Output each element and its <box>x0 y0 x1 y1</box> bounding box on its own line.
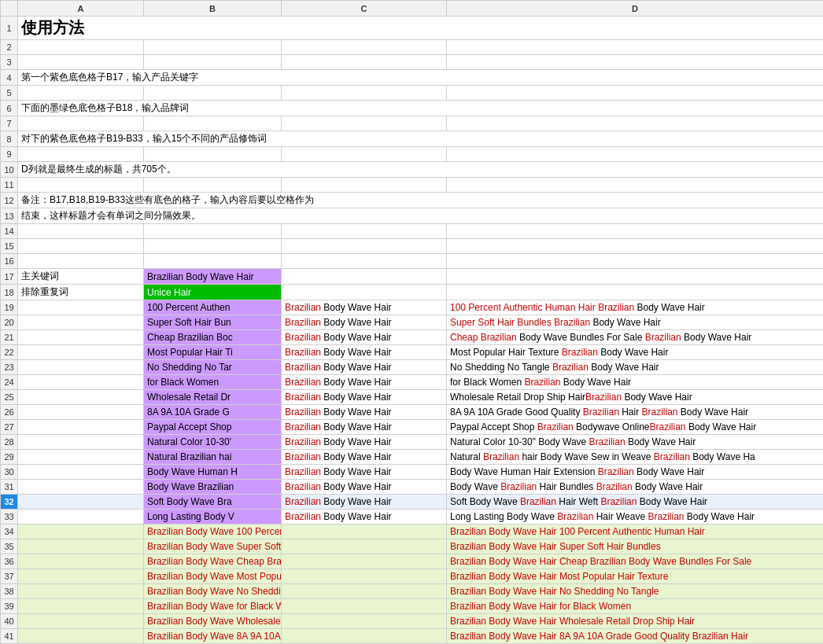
instruction-note: 备注：B17,B18,B19-B33这些有底色的格子，输入内容后要以空格作为 <box>18 193 824 208</box>
keyword-c-24: Brazilian Body Wave Hair <box>282 375 447 390</box>
table-row: 38 Brazilian Body Wave No Shedding No Ta… <box>1 584 824 599</box>
table-row: 15 <box>1 239 824 254</box>
main-keyword-input[interactable]: Brazilian Body Wave Hair <box>144 269 282 285</box>
modifier-input-12[interactable]: Body Wave Human H <box>144 465 282 480</box>
table-row: 10 D列就是最终生成的标题，共705个。 <box>1 162 824 178</box>
instruction-1: 第一个紫色底色格子B17，输入产品关键字 <box>18 70 824 86</box>
col-header-b: B <box>144 1 282 17</box>
modifier-input-11[interactable]: Natural Brazilian hai <box>144 450 282 465</box>
table-row: 19 100 Percent Authen Brazilian Body Wav… <box>1 300 824 315</box>
keyword-c-20: Brazilian Body Wave Hair <box>282 315 447 330</box>
table-row: 21 Cheap Brazilian Boc Brazilian Body Wa… <box>1 330 824 345</box>
modifier-input-13[interactable]: Body Wave Brazilian <box>144 480 282 495</box>
col-header-c: C <box>282 1 447 17</box>
table-row: 12 备注：B17,B18,B19-B33这些有底色的格子，输入内容后要以空格作… <box>1 193 824 208</box>
table-row: 2 <box>1 40 824 55</box>
table-row: 32 Soft Body Wave Bra Brazilian Body Wav… <box>1 495 824 510</box>
keyword-c-32: Brazilian Body Wave Hair <box>282 495 447 510</box>
generated-title-26: 8A 9A 10A Grade Good Quality Brazilian H… <box>447 405 824 420</box>
spreadsheet: A B C D 1 使用方法 2 3 4 <box>0 0 823 644</box>
keyword-c-28: Brazilian Body Wave Hair <box>282 435 447 450</box>
title-cell: 使用方法 <box>18 17 824 40</box>
modifier-input-4[interactable]: Most Popular Hair Ti <box>144 345 282 360</box>
modifier-input-1[interactable]: 100 Percent Authen <box>144 300 282 315</box>
modifier-input-3[interactable]: Cheap Brazilian Boc <box>144 330 282 345</box>
generated-title-20: Super Soft Hair Bundles Brazilian Body W… <box>447 315 824 330</box>
generated-title-19: 100 Percent Authentic Human Hair Brazili… <box>447 300 824 315</box>
table-row: 6 下面的墨绿色底色格子B18，输入品牌词 <box>1 101 824 116</box>
keyword-c-30: Brazilian Body Wave Hair <box>282 465 447 480</box>
modifier-input-6[interactable]: for Black Women <box>144 375 282 390</box>
keyword-c-25: Brazilian Body Wave Hair <box>282 390 447 405</box>
table-row: 31 Body Wave Brazilian Brazilian Body Wa… <box>1 480 824 495</box>
keyword-c-27: Brazilian Body Wave Hair <box>282 420 447 435</box>
table-row: 7 <box>1 116 824 131</box>
keyword-c-33: Brazilian Body Wave Hair <box>282 510 447 524</box>
keyword-c-21: Brazilian Body Wave Hair <box>282 330 447 345</box>
table-row: 8 对下的紫色底色格子B19-B33，输入15个不同的产品修饰词 <box>1 131 824 147</box>
row-num: 1 <box>1 17 18 40</box>
generated-title-27: Paypal Accept Shop Brazilian Bodywave On… <box>447 420 824 435</box>
table-row: 23 No Shedding No Tar Brazilian Body Wav… <box>1 360 824 375</box>
table-row: 34 Brazilian Body Wave 100 Percent Authe… <box>1 524 824 539</box>
modifier-input-14[interactable]: Soft Body Wave Bra <box>144 495 282 510</box>
table-row: 27 Paypal Accept Shop Brazilian Body Wav… <box>1 420 824 435</box>
table-row: 18 排除重复词 Unice Hair <box>1 285 824 300</box>
table-row: 39 Brazilian Body Wave for Black Women B… <box>1 599 824 614</box>
modifier-input-10[interactable]: Natural Color 10-30' <box>144 435 282 450</box>
generated-title-21: Cheap Brazilian Body Wave Bundles For Sa… <box>447 330 824 345</box>
instruction-2: 下面的墨绿色底色格子B18，输入品牌词 <box>18 101 824 116</box>
table-row: 40 Brazilian Body Wave Wholesale Retail … <box>1 614 824 629</box>
generated-title-31: Body Wave Brazilian Hair Bundles Brazili… <box>447 480 824 495</box>
table-row: 22 Most Popular Hair Ti Brazilian Body W… <box>1 345 824 360</box>
table-row: 13 结束，这样标题才会有单词之间分隔效果。 <box>1 208 824 224</box>
generated-title-22: Most Popular Hair Texture Brazilian Body… <box>447 345 824 360</box>
table-row: 33 Long Lasting Body V Brazilian Body Wa… <box>1 510 824 524</box>
table-row: 35 Brazilian Body Wave Super Soft Hair B… <box>1 539 824 554</box>
table-row: 37 Brazilian Body Wave Most Popular Hair… <box>1 569 824 584</box>
table-row: 26 8A 9A 10A Grade G Brazilian Body Wave… <box>1 405 824 420</box>
generated-title-28: Natural Color 10-30" Body Wave Brazilian… <box>447 435 824 450</box>
table-row: 30 Body Wave Human H Brazilian Body Wave… <box>1 465 824 480</box>
table-row: 5 <box>1 86 824 101</box>
keyword-c-19: Brazilian Body Wave Hair <box>282 300 447 315</box>
generated-title-25: Wholesale Retail Drop Ship HairBrazilian… <box>447 390 824 405</box>
col-header-d: D <box>447 1 824 17</box>
generated-title-23: No Shedding No Tangle Brazilian Body Wav… <box>447 360 824 375</box>
generated-title-24: for Black Women Brazilian Body Wave Hair <box>447 375 824 390</box>
modifier-input-9[interactable]: Paypal Accept Shop <box>144 420 282 435</box>
table-row: 11 <box>1 178 824 193</box>
keyword-c-23: Brazilian Body Wave Hair <box>282 360 447 375</box>
table-row: 3 <box>1 55 824 70</box>
table-row: 4 第一个紫色底色格子B17，输入产品关键字 <box>1 70 824 86</box>
keyword-c-26: Brazilian Body Wave Hair <box>282 405 447 420</box>
corner-header <box>1 1 18 17</box>
modifier-input-5[interactable]: No Shedding No Tar <box>144 360 282 375</box>
instruction-note-cont: 结束，这样标题才会有单词之间分隔效果。 <box>18 208 824 224</box>
table-row: 14 <box>1 224 824 239</box>
table-row: 16 <box>1 254 824 269</box>
generated-title-29: Natural Brazilian hair Body Wave Sew in … <box>447 450 824 465</box>
table-row: 25 Wholesale Retail Dr Brazilian Body Wa… <box>1 390 824 405</box>
table-row: 24 for Black Women Brazilian Body Wave H… <box>1 375 824 390</box>
modifier-input-2[interactable]: Super Soft Hair Bun <box>144 315 282 330</box>
modifier-input-8[interactable]: 8A 9A 10A Grade G <box>144 405 282 420</box>
instruction-3: 对下的紫色底色格子B19-B33，输入15个不同的产品修饰词 <box>18 131 824 147</box>
generated-title-33: Long Lasting Body Wave Brazilian Hair We… <box>447 510 824 524</box>
keyword-c-29: Brazilian Body Wave Hair <box>282 450 447 465</box>
generated-title-32: Soft Body Wave Brazilian Hair Weft Brazi… <box>447 495 824 510</box>
table-row: 17 主关键词 Brazilian Body Wave Hair <box>1 269 824 285</box>
table-row: 28 Natural Color 10-30' Brazilian Body W… <box>1 435 824 450</box>
generated-title-30: Body Wave Human Hair Extension Brazilian… <box>447 465 824 480</box>
brand-keyword-input[interactable]: Unice Hair <box>144 285 282 300</box>
keyword-c-31: Brazilian Body Wave Hair <box>282 480 447 495</box>
modifier-input-15[interactable]: Long Lasting Body V <box>144 510 282 524</box>
label-exclude-keyword: 排除重复词 <box>18 285 144 300</box>
instruction-4: D列就是最终生成的标题，共705个。 <box>18 162 824 178</box>
keyword-c-22: Brazilian Body Wave Hair <box>282 345 447 360</box>
modifier-input-7[interactable]: Wholesale Retail Dr <box>144 390 282 405</box>
label-main-keyword: 主关键词 <box>18 269 144 285</box>
col-header-a: A <box>18 1 144 17</box>
table-row: 9 <box>1 147 824 162</box>
table-row: 36 Brazilian Body Wave Cheap Brazilian B… <box>1 554 824 569</box>
